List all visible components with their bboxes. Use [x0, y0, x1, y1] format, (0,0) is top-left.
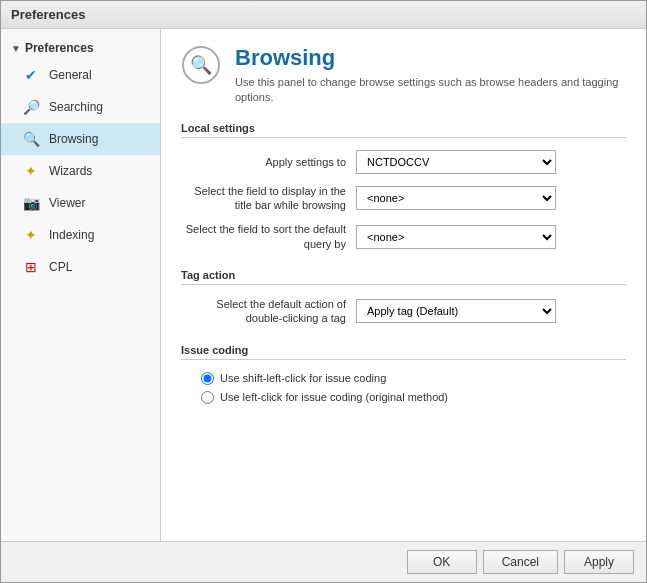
tag-action-control: Apply tag (Default) Remove tag Toggle ta…: [356, 299, 556, 323]
general-icon: ✔: [21, 65, 41, 85]
browse-circle-icon: 🔍: [182, 46, 220, 84]
issue-coding-title: Issue coding: [181, 344, 626, 360]
window-title: Preferences: [11, 7, 85, 22]
sidebar-item-cpl[interactable]: ⊞ CPL: [1, 251, 160, 283]
footer: OK Cancel Apply: [1, 541, 646, 582]
field-sort-label: Select the field to sort the default que…: [181, 222, 356, 251]
indexing-icon: ✦: [21, 225, 41, 245]
radio-row-shift-left-click: Use shift-left-click for issue coding: [201, 372, 626, 385]
sidebar-header: ▼ Preferences: [1, 33, 160, 59]
sidebar-header-label: Preferences: [25, 41, 94, 55]
apply-settings-control: NCTDOCCV: [356, 150, 556, 174]
apply-button[interactable]: Apply: [564, 550, 634, 574]
sidebar-item-label-wizards: Wizards: [49, 164, 92, 178]
radio-left-click[interactable]: [201, 391, 214, 404]
issue-coding-section: Issue coding Use shift-left-click for is…: [181, 344, 626, 404]
radio-left-click-label[interactable]: Use left-click for issue coding (origina…: [220, 391, 448, 403]
tag-action-row: Select the default action of double-clic…: [181, 297, 626, 326]
apply-settings-label: Apply settings to: [181, 155, 356, 169]
panel-icon-area: 🔍: [181, 45, 221, 85]
radio-shift-left-click[interactable]: [201, 372, 214, 385]
sidebar-item-general[interactable]: ✔ General: [1, 59, 160, 91]
local-settings-title: Local settings: [181, 122, 626, 138]
apply-settings-row: Apply settings to NCTDOCCV: [181, 150, 626, 174]
viewer-icon: 📷: [21, 193, 41, 213]
panel-header: 🔍 Browsing Use this panel to change brow…: [181, 45, 626, 106]
title-bar: Preferences: [1, 1, 646, 29]
sidebar-item-label-viewer: Viewer: [49, 196, 85, 210]
sidebar-item-indexing[interactable]: ✦ Indexing: [1, 219, 160, 251]
field-display-control: <none> Title Author Date: [356, 186, 556, 210]
sidebar-item-viewer[interactable]: 📷 Viewer: [1, 187, 160, 219]
sidebar-item-wizards[interactable]: ✦ Wizards: [1, 155, 160, 187]
field-display-dropdown[interactable]: <none> Title Author Date: [356, 186, 556, 210]
wizards-icon: ✦: [21, 161, 41, 181]
main-panel: 🔍 Browsing Use this panel to change brow…: [161, 29, 646, 541]
browsing-icon: 🔍: [21, 129, 41, 149]
sidebar-collapse-arrow[interactable]: ▼: [11, 43, 21, 54]
field-sort-row: Select the field to sort the default que…: [181, 222, 626, 251]
panel-description: Use this panel to change browse settings…: [235, 75, 626, 106]
sidebar-item-label-searching: Searching: [49, 100, 103, 114]
searching-icon: 🔎: [21, 97, 41, 117]
sidebar-item-browsing[interactable]: 🔍 Browsing: [1, 123, 160, 155]
tag-action-title: Tag action: [181, 269, 626, 285]
tag-action-label: Select the default action of double-clic…: [181, 297, 356, 326]
tag-action-section: Tag action Select the default action of …: [181, 269, 626, 326]
panel-title-area: Browsing Use this panel to change browse…: [235, 45, 626, 106]
field-sort-control: <none> Title Author Date: [356, 225, 556, 249]
sidebar: ▼ Preferences ✔ General 🔎 Searching 🔍 Br…: [1, 29, 161, 541]
field-display-label: Select the field to display in the title…: [181, 184, 356, 213]
radio-row-left-click: Use left-click for issue coding (origina…: [201, 391, 626, 404]
apply-settings-dropdown[interactable]: NCTDOCCV: [356, 150, 556, 174]
ok-button[interactable]: OK: [407, 550, 477, 574]
cpl-icon: ⊞: [21, 257, 41, 277]
preferences-window: Preferences ▼ Preferences ✔ General 🔎 Se…: [0, 0, 647, 583]
tag-action-dropdown[interactable]: Apply tag (Default) Remove tag Toggle ta…: [356, 299, 556, 323]
field-display-row: Select the field to display in the title…: [181, 184, 626, 213]
sidebar-item-label-browsing: Browsing: [49, 132, 98, 146]
cancel-button[interactable]: Cancel: [483, 550, 558, 574]
sidebar-item-label-cpl: CPL: [49, 260, 72, 274]
sidebar-item-label-indexing: Indexing: [49, 228, 94, 242]
panel-title: Browsing: [235, 45, 626, 71]
issue-coding-radio-group: Use shift-left-click for issue coding Us…: [181, 372, 626, 404]
sidebar-item-label-general: General: [49, 68, 92, 82]
content-area: ▼ Preferences ✔ General 🔎 Searching 🔍 Br…: [1, 29, 646, 541]
sidebar-item-searching[interactable]: 🔎 Searching: [1, 91, 160, 123]
field-sort-dropdown[interactable]: <none> Title Author Date: [356, 225, 556, 249]
local-settings-section: Local settings Apply settings to NCTDOCC…: [181, 122, 626, 251]
radio-shift-left-label[interactable]: Use shift-left-click for issue coding: [220, 372, 386, 384]
